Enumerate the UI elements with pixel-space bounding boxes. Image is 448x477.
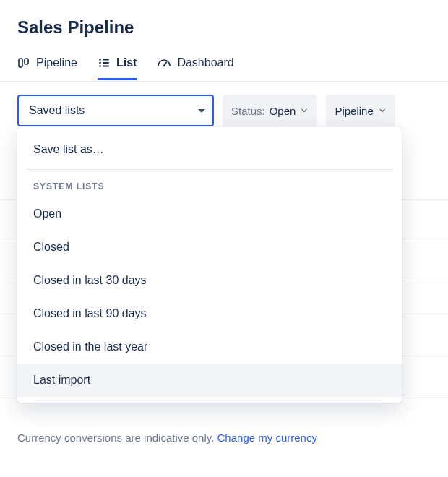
- saved-lists-dropdown-trigger[interactable]: Saved lists: [17, 95, 214, 126]
- pipeline-filter[interactable]: Pipeline: [326, 95, 395, 126]
- svg-point-6: [99, 65, 101, 67]
- currency-note: Currency conversions are indicative only…: [17, 431, 317, 444]
- chevron-down-icon: [300, 106, 309, 115]
- saved-lists-dropdown: Save list as… SYSTEM LISTS Open Closed C…: [17, 127, 402, 403]
- status-filter-value: Open: [270, 105, 296, 117]
- filter-bar: Saved lists Status: Open Pipeline: [17, 95, 431, 126]
- status-filter-label: Status:: [231, 105, 265, 117]
- tab-pipeline-label: Pipeline: [36, 56, 77, 69]
- tab-dashboard-label: Dashboard: [177, 56, 233, 69]
- dropdown-item-save-as[interactable]: Save list as…: [17, 133, 402, 166]
- dropdown-item-open[interactable]: Open: [17, 197, 402, 231]
- svg-rect-3: [103, 59, 109, 61]
- svg-rect-7: [103, 66, 109, 67]
- saved-lists-label: Saved lists: [29, 104, 85, 117]
- chevron-down-icon: [198, 109, 205, 113]
- tab-list[interactable]: List: [98, 52, 137, 80]
- svg-rect-5: [103, 62, 109, 64]
- currency-note-text: Currency conversions are indicative only…: [17, 431, 217, 444]
- dropdown-divider: [26, 169, 393, 170]
- dropdown-item-closed-30[interactable]: Closed in last 30 days: [17, 264, 402, 297]
- tab-dashboard[interactable]: Dashboard: [157, 52, 233, 80]
- change-currency-link[interactable]: Change my currency: [217, 431, 317, 444]
- svg-rect-1: [25, 59, 28, 64]
- kanban-icon: [17, 56, 30, 69]
- chevron-down-icon: [378, 106, 387, 115]
- svg-rect-0: [19, 59, 22, 67]
- svg-point-9: [163, 65, 165, 66]
- pipeline-filter-label: Pipeline: [335, 105, 373, 117]
- tab-pipeline[interactable]: Pipeline: [17, 52, 77, 80]
- dropdown-section-header: SYSTEM LISTS: [17, 173, 402, 197]
- svg-point-2: [99, 59, 101, 61]
- dropdown-item-closed-year[interactable]: Closed in the last year: [17, 330, 402, 364]
- dropdown-item-last-import[interactable]: Last import: [17, 364, 402, 397]
- dropdown-item-closed[interactable]: Closed: [17, 231, 402, 264]
- dropdown-item-closed-90[interactable]: Closed in last 90 days: [17, 297, 402, 330]
- gauge-icon: [157, 56, 171, 69]
- svg-point-4: [99, 62, 101, 64]
- page-title: Sales Pipeline: [17, 17, 431, 38]
- list-icon: [98, 56, 111, 69]
- view-tabs: Pipeline List: [17, 52, 431, 81]
- status-filter[interactable]: Status: Open: [223, 95, 317, 126]
- tab-list-label: List: [116, 56, 137, 69]
